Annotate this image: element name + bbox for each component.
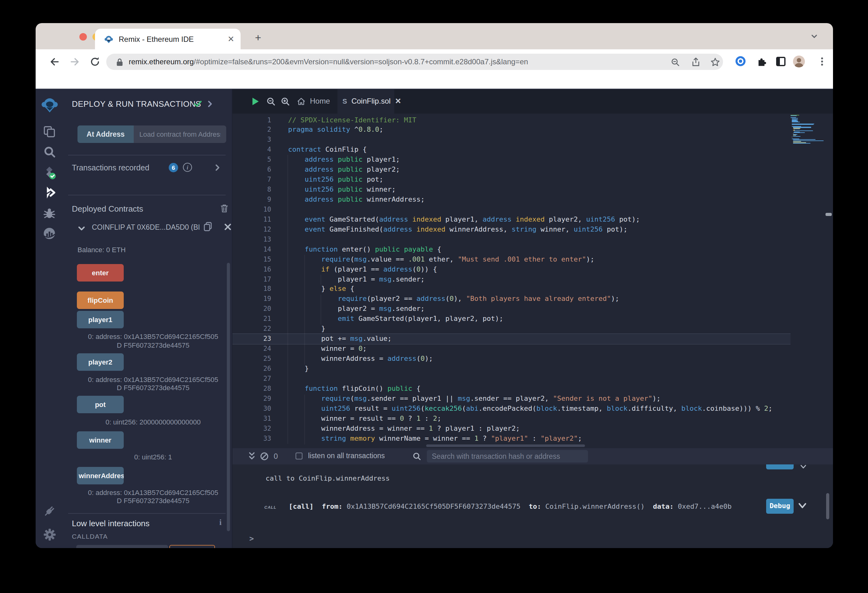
code-line-10: 10 xyxy=(232,205,791,215)
terminal-scrollbar[interactable] xyxy=(826,493,829,519)
code-lines: 1// SPDX-License-Identifier: MIT2pragma … xyxy=(232,115,791,443)
code-line-22: 22 } xyxy=(232,324,791,334)
reload-icon[interactable] xyxy=(89,56,100,68)
url-bar[interactable]: remix.ethereum.org/#optimize=false&runs=… xyxy=(106,54,723,70)
code-line-13: 13 xyxy=(232,235,791,245)
code-line-7: 7 uint256 public pot; xyxy=(232,175,791,185)
remix-app: DEPLOY & RUN TRANSACTIONS At Address Tra… xyxy=(35,89,833,548)
call-log-line[interactable]: [call] from: 0x1A13B57Cd694C2165Cf505DF5… xyxy=(289,502,731,510)
debugger-icon[interactable] xyxy=(35,207,63,220)
panel-check-icon xyxy=(194,100,202,107)
side-panel-icon[interactable] xyxy=(776,57,785,66)
remix-logo[interactable] xyxy=(35,97,63,113)
at-address-button[interactable]: At Address xyxy=(77,125,134,143)
contract-close-icon[interactable] xyxy=(224,224,231,230)
bookmark-star-icon[interactable] xyxy=(710,57,720,67)
zoom-search-icon[interactable] xyxy=(670,57,680,67)
return-value-pot: 0: uint256: 2000000000000000 xyxy=(86,418,221,426)
code-line-9: 9 address public winnerAddress; xyxy=(232,195,791,205)
analysis-icon[interactable] xyxy=(35,227,63,240)
calldata-input[interactable] xyxy=(76,544,168,548)
listen-label: listen on all transactions xyxy=(308,452,385,459)
contract-collapse-chevron-icon[interactable] xyxy=(78,226,85,231)
expand-call-chevron-icon[interactable] xyxy=(798,502,807,508)
load-contract-input[interactable] xyxy=(134,125,226,143)
code-line-4: 4contract CoinFlip { xyxy=(232,145,791,155)
return-value-player1: 0: address: 0x1A13B57Cd694C2165Cf505D F5… xyxy=(86,333,221,350)
low-level-info-icon[interactable]: i xyxy=(219,518,221,527)
code-line-20: 20 player2 = msg.sender; xyxy=(232,304,791,314)
close-window-button[interactable] xyxy=(79,33,87,41)
trash-icon[interactable] xyxy=(220,203,229,213)
tab-coinflip[interactable]: S CoinFlip.sol ✕ xyxy=(337,89,394,113)
url-text: remix.ethereum.org/#optimize=false&runs=… xyxy=(129,57,723,66)
panel-title: DEPLOY & RUN TRANSACTIONS xyxy=(72,99,201,109)
run-script-icon[interactable] xyxy=(252,97,259,106)
tab-coinflip-close-icon[interactable]: ✕ xyxy=(395,97,401,106)
zoom-in-icon[interactable] xyxy=(280,97,290,106)
extensions-puzzle-icon[interactable] xyxy=(757,57,768,68)
code-line-26: 26 } xyxy=(232,364,791,374)
debug-button-clipped[interactable] xyxy=(766,464,794,469)
code-line-33: 33 string memory winnerName = winner == … xyxy=(232,434,791,443)
terminal-search-input[interactable] xyxy=(427,450,588,462)
contract-button-winner[interactable]: winner xyxy=(77,431,124,449)
terminal-collapse-icon[interactable] xyxy=(248,452,255,461)
forward-icon[interactable] xyxy=(69,56,81,68)
contract-button-enter[interactable]: enter xyxy=(77,264,124,281)
code-line-18: 18 } else { xyxy=(232,284,791,294)
transact-button[interactable] xyxy=(169,544,215,548)
deploy-run-panel: DEPLOY & RUN TRANSACTIONS At Address Tra… xyxy=(63,89,232,548)
divider xyxy=(68,513,226,514)
file-explorer-icon[interactable] xyxy=(35,125,63,138)
plugin-manager-icon[interactable] xyxy=(35,504,63,518)
calldata-label: CALLDATA xyxy=(72,532,108,540)
search-icon[interactable] xyxy=(35,146,63,159)
blue-extension-icon[interactable] xyxy=(735,56,745,66)
deploy-run-icon[interactable] xyxy=(35,187,63,199)
panel-scrollbar[interactable] xyxy=(227,263,230,531)
tab-close-icon[interactable]: ✕ xyxy=(227,35,234,43)
panel-expand-chevron-icon[interactable] xyxy=(207,100,213,107)
browser-toolbar: remix.ethereum.org/#optimize=false&runs=… xyxy=(35,49,833,89)
back-icon[interactable] xyxy=(49,56,60,68)
browser-tab[interactable]: Remix - Ethereum IDE ✕ xyxy=(95,29,241,49)
tab-home[interactable]: Home xyxy=(297,89,334,113)
transactions-expand-chevron-icon[interactable] xyxy=(215,164,220,171)
share-icon[interactable] xyxy=(691,57,701,67)
balance-label: Balance: 0 ETH xyxy=(77,246,125,253)
zoom-out-icon[interactable] xyxy=(266,97,276,106)
editor-minimap[interactable] xyxy=(791,115,824,144)
terminal-prompt[interactable]: > xyxy=(249,534,254,543)
contract-button-winnerAddres[interactable]: winnerAddres xyxy=(77,466,124,484)
listen-checkbox[interactable] xyxy=(295,453,303,459)
contract-button-flipCoin[interactable]: flipCoin xyxy=(77,291,124,309)
contract-button-player2[interactable]: player2 xyxy=(77,353,124,371)
tab-search-chevron-icon[interactable] xyxy=(810,32,818,40)
settings-gear-icon[interactable] xyxy=(35,528,63,541)
contract-instance-title[interactable]: COINFLIP AT 0X6DE...DA5D0 (BLC xyxy=(92,223,199,231)
profile-avatar[interactable] xyxy=(793,56,805,68)
new-tab-button[interactable]: + xyxy=(252,32,264,44)
code-line-14: 14 function enter() public payable { xyxy=(232,244,791,255)
copy-address-icon[interactable] xyxy=(203,222,213,232)
deployed-contracts-label: Deployed Contracts xyxy=(72,204,143,213)
code-editor[interactable]: 1// SPDX-License-Identifier: MIT2pragma … xyxy=(232,113,833,448)
editor-horizontal-scrollbar[interactable] xyxy=(426,444,585,447)
solidity-compiler-icon[interactable] xyxy=(35,165,63,180)
menu-dots-icon[interactable] xyxy=(821,57,823,65)
transactions-info-icon[interactable]: i xyxy=(183,162,192,172)
code-line-17: 17 player1 = msg.sender; xyxy=(232,274,791,284)
editor-right-scrollbar[interactable] xyxy=(825,213,832,216)
debug-button[interactable]: Debug xyxy=(766,499,794,514)
divider xyxy=(68,194,226,195)
contract-button-pot[interactable]: pot xyxy=(77,396,124,413)
code-line-12: 12 event GameFinished(address indexed wi… xyxy=(232,225,791,235)
browser-window: Remix - Ethereum IDE ✕ + xyxy=(35,23,833,548)
expand-log-chevron-icon[interactable] xyxy=(799,464,807,469)
code-line-11: 11 event GameStarted(address indexed pla… xyxy=(232,215,791,225)
previous-log-clipped xyxy=(766,464,816,470)
contract-button-player1[interactable]: player1 xyxy=(77,310,124,328)
clear-console-icon[interactable] xyxy=(260,452,269,461)
solidity-file-icon: S xyxy=(342,98,347,105)
